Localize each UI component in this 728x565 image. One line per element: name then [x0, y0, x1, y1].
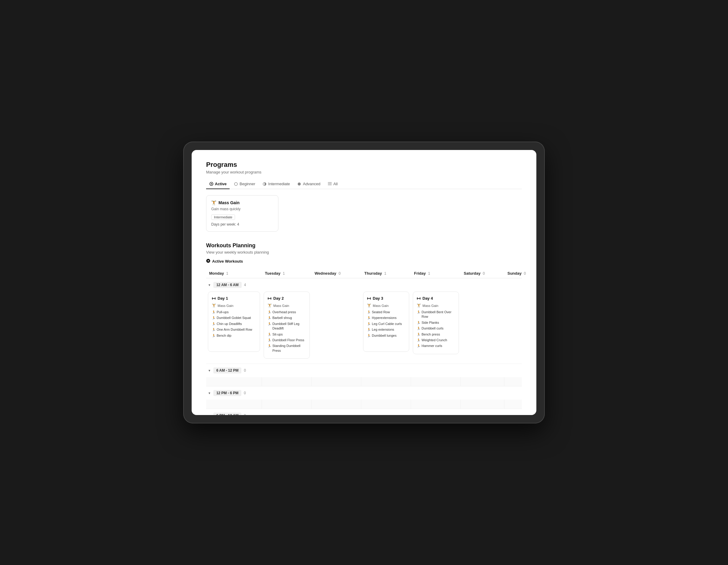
exercise-name: Side Planks — [422, 320, 439, 325]
day3-header: Day 3 — [367, 296, 405, 300]
time-group-6am-header[interactable]: ▼ 6 AM - 12 PM 0 — [206, 364, 522, 377]
time-group-6pm-label: 6 PM - 12 AM — [213, 413, 242, 415]
thursday-label: Thursday — [364, 271, 382, 276]
tab-active[interactable]: Active — [206, 179, 230, 189]
time-group-12am-label: 12 AM - 6 AM — [213, 282, 242, 288]
exercise-name: Leg Curl Cable curls — [372, 322, 402, 326]
col2 — [262, 377, 312, 386]
barbell-icon — [367, 297, 371, 300]
day1-card[interactable]: Day 1 🏋 Mass Gain 🏃 Pull-ups 🏃 Dumb — [208, 291, 260, 352]
saturday-label: Saturday — [464, 271, 481, 276]
col7 — [504, 377, 536, 386]
day3-program: 🏋 Mass Gain — [367, 303, 405, 307]
svg-rect-5 — [328, 182, 332, 183]
program-icon-small: 🏋 — [417, 303, 421, 307]
svg-point-4 — [298, 183, 301, 186]
day3-label: Day 3 — [373, 296, 383, 300]
program-level-badge: Intermediate — [211, 215, 235, 220]
svg-rect-12 — [215, 297, 215, 300]
tabs-bar: Active Beginner Intermediate — [206, 179, 522, 189]
svg-rect-21 — [420, 297, 420, 300]
tab-beginner[interactable]: Beginner — [231, 179, 258, 189]
exercise-name: Barbell shrug — [272, 315, 292, 320]
exercise-name: Chin up Deadlifts — [217, 322, 242, 326]
exercise-icon: 🏃 — [212, 328, 215, 332]
col1 — [206, 400, 262, 409]
time-group-6pm-header[interactable]: ▼ 6 PM - 12 AM 0 — [206, 409, 522, 415]
exercise-icon: 🏃 — [268, 310, 271, 314]
program-icon-small: 🏋 — [367, 303, 371, 307]
barbell-icon — [268, 297, 271, 300]
exercise-icon: 🏃 — [367, 328, 371, 332]
exercise-icon: 🏃 — [268, 322, 271, 326]
time-group-12pm-count: 0 — [244, 391, 246, 395]
col3 — [312, 400, 361, 409]
friday-label: Friday — [414, 271, 426, 276]
time-group-12pm-label: 12 PM - 6 PM — [213, 390, 241, 396]
page-title: Programs — [206, 161, 522, 169]
program-days: Days per week: 4 — [211, 222, 273, 227]
wednesday-count: 0 — [339, 272, 341, 276]
chevron-right-icon: ▼ — [208, 391, 211, 395]
day4-card[interactable]: Day 4 🏋 Mass Gain 🏃 Dumbbell Bent Over R… — [413, 291, 459, 354]
exercise-icon: 🏃 — [417, 344, 420, 348]
tab-intermediate[interactable]: Intermediate — [259, 179, 293, 189]
col4 — [361, 377, 411, 386]
program-icon-small: 🏋 — [212, 303, 216, 307]
exercise-icon: 🏃 — [367, 316, 371, 320]
time-group-12am-header[interactable]: ▼ 12 AM - 6 AM 4 — [206, 278, 522, 291]
exercise-icon: 🏃 — [417, 332, 420, 337]
exercise-overhead-press: 🏃 Overhead press — [268, 310, 306, 314]
day2-program: 🏋 Mass Gain — [268, 303, 306, 307]
exercise-goblet-squat: 🏃 Dumbbell Goblet Squat — [212, 315, 256, 320]
exercise-stiff-leg: 🏃 Dumbbell Stiff Leg Deadlift — [268, 322, 306, 331]
exercise-name: Dumbbell Stiff Leg Deadlift — [272, 322, 306, 331]
sunday-label: Sunday — [507, 271, 522, 276]
time-group-6pm: ▼ 6 PM - 12 AM 0 — [206, 409, 522, 415]
tab-advanced[interactable]: Advanced — [294, 179, 323, 189]
day-header-friday: Friday 1 — [411, 269, 461, 278]
col5 — [411, 400, 461, 409]
exercise-icon: 🏃 — [212, 316, 215, 320]
programs-grid: 🏋 Mass Gain Gain mass quickly Intermedia… — [206, 195, 522, 232]
program-icon-small: 🏋 — [268, 303, 272, 307]
program-icon: 🏋 — [211, 200, 216, 205]
svg-point-2 — [234, 183, 237, 186]
exercise-standing-db-press: 🏃 Standing Dumbbell Press — [268, 344, 306, 353]
exercise-name: Dumbbell curls — [422, 326, 444, 331]
exercise-icon: 🏃 — [268, 344, 271, 348]
exercise-name: One Arm Dumbbell Row — [217, 327, 252, 332]
col5 — [411, 377, 461, 386]
thursday-count: 1 — [384, 272, 386, 276]
exercise-name: Leg extensions — [372, 327, 394, 332]
exercise-name: Pull-ups — [217, 310, 229, 314]
exercise-name: Seated Row — [372, 310, 390, 314]
day3-program-name: Mass Gain — [373, 304, 389, 307]
wednesday-card-col — [312, 291, 361, 359]
tab-all[interactable]: All — [325, 179, 340, 189]
active-workouts-icon — [206, 259, 210, 264]
day2-card[interactable]: Day 2 🏋 Mass Gain 🏃 Overhead press 🏃 — [264, 291, 310, 359]
exercise-icon: 🏃 — [268, 316, 271, 320]
exercise-chinup-deadlifts: 🏃 Chin up Deadlifts — [212, 322, 256, 326]
col4 — [361, 400, 411, 409]
active-workouts-text: Active Workouts — [212, 259, 243, 264]
program-card-title: Mass Gain — [218, 200, 240, 205]
thursday-card-col: Day 3 🏋 Mass Gain 🏃 Seated Row 🏃 Hy — [361, 291, 411, 359]
exercise-one-arm-row: 🏃 One Arm Dumbbell Row — [212, 327, 256, 332]
day-header-monday: Monday 1 — [206, 269, 262, 278]
time-group-12pm-header[interactable]: ▼ 12 PM - 6 PM 0 — [206, 386, 522, 400]
exercise-situps: 🏃 Sit-ups — [268, 332, 306, 337]
svg-rect-17 — [367, 297, 368, 300]
day1-program-name: Mass Gain — [218, 304, 234, 307]
screen: Programs Manage your workout programs Ac… — [192, 150, 536, 415]
program-card-mass-gain[interactable]: 🏋 Mass Gain Gain mass quickly Intermedia… — [206, 195, 278, 232]
day4-program: 🏋 Mass Gain — [417, 303, 455, 307]
day4-header: Day 4 — [417, 296, 455, 300]
exercise-barbell-shrug: 🏃 Barbell shrug — [268, 315, 306, 320]
chevron-down-icon: ▼ — [208, 283, 211, 287]
day3-card[interactable]: Day 3 🏋 Mass Gain 🏃 Seated Row 🏃 Hy — [363, 291, 409, 352]
svg-rect-6 — [328, 184, 332, 184]
exercise-name: Dumbbell lunges — [372, 333, 397, 338]
time-group-6am: ▼ 6 AM - 12 PM 0 — [206, 364, 522, 386]
